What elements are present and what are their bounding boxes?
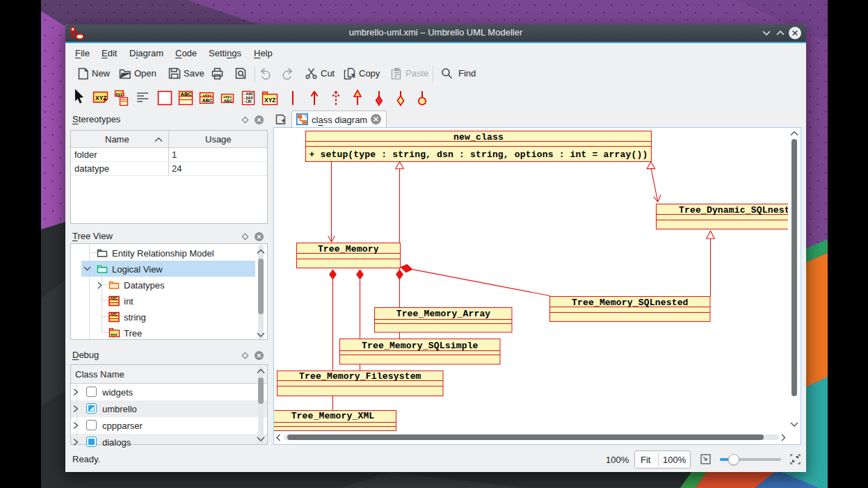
svg-text:ABC: ABC [111,313,118,316]
svg-text:xyz: xyz [115,92,123,97]
svg-text:new_class: new_class [453,132,504,143]
svg-text:- IJK: - IJK [243,99,252,104]
svg-text:ABC: ABC [111,297,118,300]
svg-text:ABC: ABC [202,98,213,103]
svg-text:ABC: ABC [224,99,234,103]
svg-text:+ setup(type : string, dsn : s: + setup(type : string, dsn : string, opt… [310,149,648,160]
svg-text:Tree_Memory_Array: Tree_Memory_Array [396,309,491,319]
svg-text:Tree_Memory: Tree_Memory [318,244,379,254]
svg-text:xyz: xyz [111,332,118,336]
svg-text:XYZ: XYZ [264,97,276,104]
svg-text:«xy»: «xy» [202,93,212,97]
svg-text:Tree_Memory_SQLnested: Tree_Memory_SQLnested [572,298,689,308]
svg-text:XYZ: XYZ [95,95,107,101]
svg-text:Tree_Memory_Filesystem: Tree_Memory_Filesystem [299,371,421,382]
svg-text:Tree_Dynamic_SQLnested: Tree_Dynamic_SQLnested [679,205,788,215]
svg-text:Tree_Memory_SQLsimple: Tree_Memory_SQLsimple [362,341,479,351]
svg-text:ABC: ABC [181,91,193,97]
svg-text:Tree_Memory_XML: Tree_Memory_XML [291,411,375,421]
